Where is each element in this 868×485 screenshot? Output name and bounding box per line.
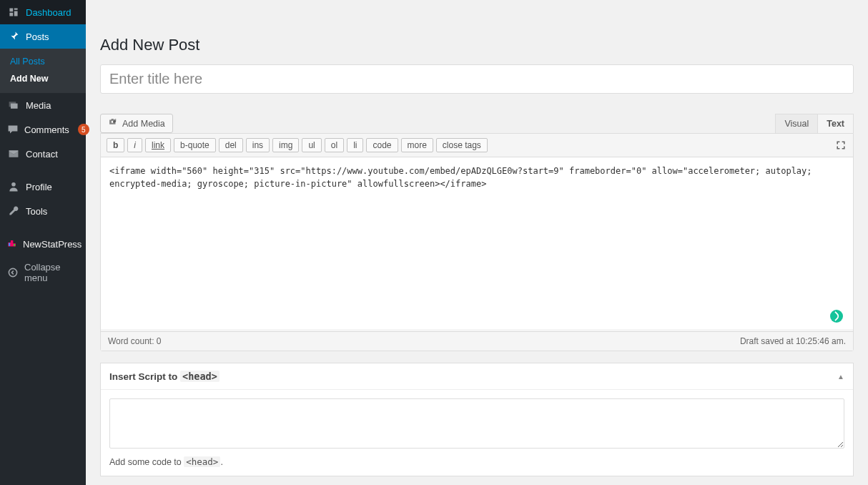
sidebar-spacer [0, 166, 86, 175]
sidebar-item-label: Profile [26, 182, 52, 192]
sidebar-item-collapse[interactable]: Collapse menu [0, 256, 86, 289]
main-content: Add New Post Add Media Visual Text b i l… [86, 0, 868, 485]
sidebar-subitem-all-posts[interactable]: All Posts [0, 53, 86, 70]
media-icon [7, 99, 20, 112]
editor-container: b i link b-quote del ins img ul ol li co… [100, 133, 854, 351]
head-script-textarea[interactable] [109, 398, 844, 449]
sidebar-item-label: NewStatPress [23, 239, 82, 250]
dashboard-icon [7, 6, 20, 19]
comments-count-badge: 5 [78, 124, 89, 135]
sidebar-item-label: Collapse menu [24, 262, 79, 283]
user-icon [7, 180, 20, 193]
sidebar-item-label: Comments [24, 124, 69, 135]
sidebar-item-contact[interactable]: Contact [0, 142, 86, 166]
svg-point-1 [9, 268, 16, 276]
camera-music-icon [108, 117, 118, 129]
sidebar-item-newstatpress[interactable]: NewStatPress [0, 232, 86, 256]
qt-code-button[interactable]: code [366, 138, 398, 152]
sidebar-submenu-posts: All Posts Add New [0, 49, 86, 93]
qt-ins-button[interactable]: ins [246, 138, 270, 152]
metabox-header[interactable]: Insert Script to <head> ▲ [101, 363, 853, 390]
qt-link-button[interactable]: link [145, 138, 171, 152]
sidebar-item-label: Media [26, 100, 51, 111]
admin-sidebar: Dashboard Posts All Posts Add New Media … [0, 0, 86, 485]
pin-icon [7, 30, 20, 43]
sidebar-item-posts[interactable]: Posts [0, 24, 86, 49]
svg-point-0 [11, 182, 16, 187]
sidebar-spacer [0, 223, 86, 232]
post-title-input[interactable] [100, 64, 854, 94]
sidebar-subitem-add-new[interactable]: Add New [0, 70, 86, 87]
post-content-textarea[interactable] [101, 157, 853, 329]
add-media-button[interactable]: Add Media [100, 114, 173, 133]
word-count: Word count: 0 [108, 336, 162, 346]
qt-ul-button[interactable]: ul [302, 138, 321, 152]
mail-icon [7, 147, 20, 160]
add-media-label: Add Media [122, 119, 165, 129]
sidebar-item-comments[interactable]: Comments 5 [0, 117, 86, 142]
sidebar-item-profile[interactable]: Profile [0, 175, 86, 199]
qt-closetags-button[interactable]: close tags [436, 138, 488, 152]
tools-icon [7, 205, 20, 217]
editor-body [101, 157, 853, 331]
autosave-status: Draft saved at 10:25:46 am. [740, 336, 846, 346]
qt-bquote-button[interactable]: b-quote [174, 138, 216, 152]
collapse-icon [7, 266, 19, 279]
metabox-toggle-icon[interactable]: ▲ [837, 373, 844, 381]
qt-ol-button[interactable]: ol [325, 138, 344, 152]
insert-head-script-metabox: Insert Script to <head> ▲ Add some code … [100, 363, 854, 476]
fullscreen-toggle-icon[interactable] [834, 139, 847, 152]
qt-bold-button[interactable]: b [107, 138, 124, 152]
sidebar-item-label: Posts [26, 31, 49, 42]
tab-visual[interactable]: Visual [775, 114, 818, 133]
metabox-note: Add some code to <head>. [109, 456, 844, 467]
grammarly-icon[interactable] [830, 310, 843, 323]
qt-li-button[interactable]: li [347, 138, 363, 152]
sidebar-item-tools[interactable]: Tools [0, 199, 86, 223]
editor-statusbar: Word count: 0 Draft saved at 10:25:46 am… [101, 331, 853, 351]
page-title: Add New Post [100, 36, 854, 54]
comment-icon [7, 123, 19, 136]
metabox-title: Insert Script to <head> [109, 371, 220, 382]
stats-icon [7, 237, 17, 250]
sidebar-item-media[interactable]: Media [0, 93, 86, 117]
editor-mode-tabs: Visual Text [775, 114, 854, 133]
sidebar-item-dashboard[interactable]: Dashboard [0, 0, 86, 24]
sidebar-item-label: Dashboard [26, 7, 71, 18]
qt-img-button[interactable]: img [272, 138, 299, 152]
qt-more-button[interactable]: more [401, 138, 433, 152]
qt-del-button[interactable]: del [219, 138, 243, 152]
qt-italic-button[interactable]: i [127, 138, 142, 152]
tab-text[interactable]: Text [818, 114, 854, 133]
sidebar-item-label: Tools [26, 206, 47, 217]
quicktags-toolbar: b i link b-quote del ins img ul ol li co… [101, 134, 853, 157]
sidebar-item-label: Contact [26, 149, 58, 160]
